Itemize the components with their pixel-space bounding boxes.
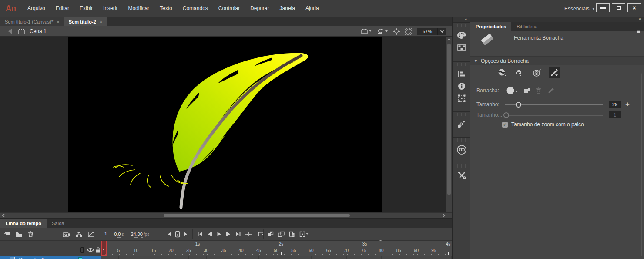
onion-skin-icon[interactable]: [267, 231, 274, 237]
center-stage-icon[interactable]: [393, 28, 400, 35]
align-icon[interactable]: [453, 68, 471, 80]
section-collapse-icon[interactable]: ▼: [474, 59, 478, 63]
menu-item-6[interactable]: Texto: [154, 0, 178, 17]
vertical-scrollbar[interactable]: [446, 37, 452, 212]
menu-item-9[interactable]: Depurar: [245, 0, 274, 17]
info-icon[interactable]: [453, 80, 471, 92]
camera-icon[interactable]: [63, 232, 70, 237]
menu-item-8[interactable]: Controlar: [213, 0, 245, 17]
playhead-toggle-icon[interactable]: [175, 231, 180, 238]
tab-timeline[interactable]: Linha do tempo: [0, 219, 47, 228]
timeline-panel-menu-icon[interactable]: ≡: [444, 220, 447, 226]
panel-collapse-button[interactable]: »: [470, 17, 644, 22]
eraser-shape-circle-button[interactable]: [506, 86, 518, 95]
modify-markers-button[interactable]: [299, 231, 309, 237]
menu-item-4[interactable]: Inserir: [98, 0, 123, 17]
scene-name[interactable]: Cena 1: [30, 28, 47, 34]
graph-view-icon[interactable]: [87, 231, 94, 237]
stage-zoom-value[interactable]: 67%: [417, 28, 438, 35]
go-first-frame-icon[interactable]: [197, 232, 203, 237]
color-palette-icon[interactable]: [453, 29, 471, 41]
step-back-icon[interactable]: [166, 232, 171, 236]
scroll-right-arrow-icon[interactable]: [442, 214, 445, 217]
erase-fills-button[interactable]: [531, 67, 543, 78]
parenting-view-icon[interactable]: [75, 231, 82, 237]
delete-shape-trash-icon[interactable]: [536, 87, 541, 94]
dock-grip[interactable]: [456, 24, 466, 27]
dock-collapse-button[interactable]: «: [453, 17, 470, 23]
menu-item-10[interactable]: Janela: [275, 0, 300, 17]
dock-grip[interactable]: [456, 138, 466, 142]
tab-library[interactable]: Biblioteca: [511, 22, 543, 31]
canvas-pasteboard[interactable]: [0, 37, 452, 212]
maximize-button[interactable]: [612, 3, 625, 12]
edit-shape-pencil-icon[interactable]: [547, 87, 554, 94]
clip-content-outside-stage-icon[interactable]: [405, 28, 412, 35]
swatches-icon[interactable]: [453, 41, 471, 54]
size-value-box[interactable]: 29: [609, 101, 621, 108]
tools-wrench-icon[interactable]: [453, 169, 471, 182]
eraser-options-section-header[interactable]: ▼ Opções da Borracha: [470, 56, 644, 65]
stage[interactable]: [68, 37, 382, 212]
dock-grip[interactable]: [456, 113, 466, 116]
layer-row-camada1[interactable]: Camada_1: [0, 256, 101, 259]
feather-artwork[interactable]: [68, 37, 382, 212]
size-increment-button[interactable]: +: [625, 100, 630, 109]
new-layer-icon[interactable]: [4, 231, 10, 237]
onion-skin-outlines-icon[interactable]: [278, 231, 285, 237]
menu-item-11[interactable]: Ajuda: [300, 0, 324, 17]
vertical-scrollbar-thumb[interactable]: [447, 44, 451, 195]
edit-symbols-button[interactable]: [377, 28, 388, 35]
doc-tab-2-close-icon[interactable]: ×: [100, 19, 102, 24]
size-slider-knob[interactable]: [516, 102, 521, 108]
horizontal-scrollbar-thumb[interactable]: [164, 214, 350, 217]
tab-properties[interactable]: Propriedades: [470, 22, 511, 31]
doc-tab-1-close-icon[interactable]: ×: [57, 19, 59, 24]
workspace-label[interactable]: Essenciais: [564, 6, 589, 12]
app-logo[interactable]: An: [0, 4, 22, 13]
elapsed-time-value[interactable]: 0.0: [114, 232, 121, 238]
center-frame-icon[interactable]: [245, 231, 252, 237]
scroll-left-arrow-icon[interactable]: [2, 214, 6, 217]
layer-outline-color-swatch[interactable]: [78, 257, 82, 259]
horizontal-scrollbar[interactable]: [0, 212, 452, 218]
menu-item-5[interactable]: Modificar: [123, 0, 154, 17]
doc-tab-1[interactable]: Sem título-1 (Canvas)* ×: [0, 17, 64, 26]
zoom-with-stage-checkbox[interactable]: ✓: [502, 122, 508, 128]
step-frame-back-icon[interactable]: [207, 232, 213, 237]
elapsed-time[interactable]: 0.0s: [114, 232, 124, 237]
edit-multiple-frames-icon[interactable]: [289, 231, 295, 237]
back-arrow-icon[interactable]: [6, 29, 12, 34]
step-frame-forward-icon[interactable]: [225, 232, 231, 237]
add-shape-icon[interactable]: [524, 87, 531, 94]
playhead-marker[interactable]: 1: [101, 241, 107, 256]
frame-rate-value[interactable]: 24.00: [131, 232, 143, 238]
tab-output[interactable]: Saída: [47, 219, 70, 228]
creative-cloud-icon[interactable]: [453, 144, 471, 156]
visibility-eye-icon[interactable]: [87, 247, 94, 252]
delete-layer-trash-icon[interactable]: [28, 231, 34, 237]
layer-name[interactable]: Camada_1: [19, 257, 44, 259]
close-button[interactable]: ×: [627, 3, 641, 12]
erase-lines-button[interactable]: [549, 67, 560, 78]
new-folder-icon[interactable]: [16, 232, 23, 237]
play-icon[interactable]: [216, 232, 222, 237]
dock-grip[interactable]: [456, 63, 466, 66]
stage-zoom-dropdown[interactable]: [438, 28, 446, 35]
menu-item-3[interactable]: Exibir: [74, 0, 98, 17]
dock-grip[interactable]: [456, 164, 466, 168]
panel-scrollbar[interactable]: [641, 73, 642, 256]
timeline-ruler[interactable]: 1s2s3s4s 5101520253035404550556065707580…: [101, 241, 452, 256]
frame-grid[interactable]: [101, 256, 452, 259]
faucet-button[interactable]: [514, 67, 525, 78]
step-forward-icon[interactable]: [184, 232, 189, 236]
outline-column-icon[interactable]: [80, 247, 84, 253]
edit-scene-button[interactable]: [361, 28, 372, 34]
transform-icon[interactable]: [453, 92, 471, 104]
menu-item-2[interactable]: Editar: [50, 0, 74, 17]
workspace-dropdown-icon[interactable]: ▾: [592, 7, 594, 11]
frame-rate[interactable]: 24.00fps: [131, 232, 149, 237]
go-last-frame-icon[interactable]: [235, 232, 241, 237]
brush-dots-icon[interactable]: [453, 118, 471, 130]
menu-item-1[interactable]: Arquivo: [22, 0, 50, 17]
